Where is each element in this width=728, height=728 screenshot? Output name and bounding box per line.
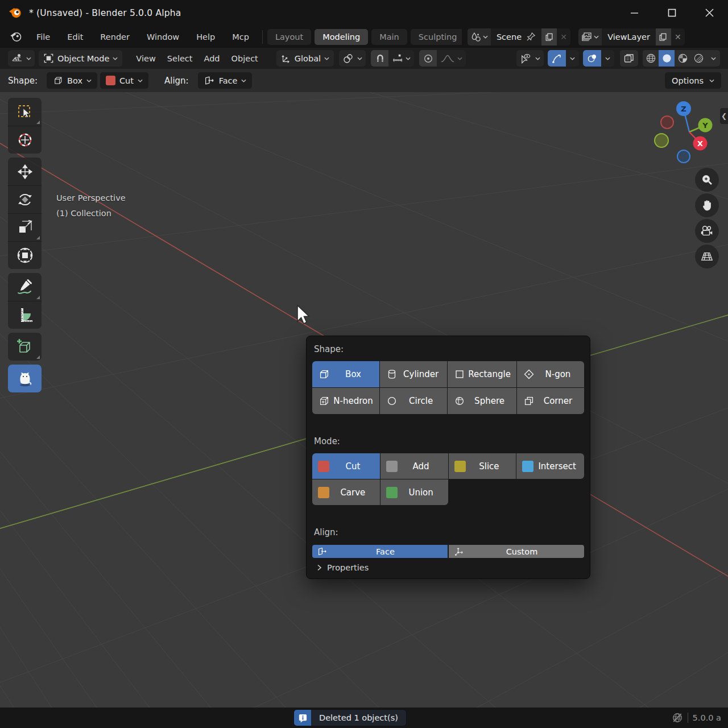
subtool-indicator [36, 121, 40, 124]
pivot-point-dropdown[interactable] [339, 50, 366, 67]
tool-cursor[interactable] [8, 126, 42, 154]
menu-select[interactable]: Select [162, 52, 198, 65]
move-icon [16, 163, 34, 180]
pan-view-button[interactable] [695, 193, 719, 217]
shape-option-ngon[interactable]: N-gon [517, 361, 584, 387]
viewlayer-remove-button[interactable]: ✕ [671, 28, 685, 46]
prop-edit-falloff-dropdown[interactable] [437, 50, 466, 67]
menu-add[interactable]: Add [198, 52, 226, 65]
shape-dropdown[interactable]: Box [47, 72, 97, 89]
shape-option-corner[interactable]: Corner [517, 388, 584, 414]
gizmo-visibility-dropdown[interactable] [516, 50, 544, 67]
tool-boxcutter-active[interactable] [8, 365, 42, 392]
mode-option-intersect[interactable]: Intersect [516, 453, 584, 479]
tool-transform[interactable] [8, 241, 42, 269]
mode-dropdown-label: Object Mode [57, 54, 109, 63]
scene-unlink-button[interactable]: ✕ [557, 28, 570, 46]
pin-icon[interactable] [526, 32, 536, 42]
duplicate-icon [659, 32, 668, 42]
options-dropdown[interactable]: Options [665, 72, 721, 89]
gizmo-dropdown[interactable] [566, 50, 579, 67]
editor-type-button[interactable] [8, 50, 35, 67]
snap-toggle-button[interactable] [371, 50, 388, 67]
option-label: N-gon [537, 369, 578, 379]
sidebar-collapse-arrow[interactable]: ❮ [720, 108, 728, 124]
snapping-group [371, 50, 414, 67]
tool-scale[interactable] [8, 213, 42, 241]
viewlayer-new-button[interactable] [656, 28, 671, 46]
select-box-icon [16, 104, 34, 121]
workspace-tab-modeling[interactable]: Modeling [315, 29, 368, 45]
xray-toggle[interactable] [620, 50, 638, 67]
popup-align-label: Align: [312, 527, 584, 537]
shape-option-box[interactable]: Box [312, 361, 379, 387]
shading-dropdown[interactable] [706, 50, 720, 67]
menu-window[interactable]: Window [140, 30, 185, 44]
shading-wireframe-button[interactable] [643, 50, 659, 67]
zoom-view-button[interactable] [695, 168, 719, 192]
shading-material-button[interactable] [675, 50, 690, 67]
tool-annotate[interactable] [8, 273, 42, 301]
align-option-custom[interactable]: Custom [449, 545, 584, 558]
mode-option-add[interactable]: Add [380, 453, 448, 479]
gizmo-x-label: X [697, 139, 703, 148]
align-option-face[interactable]: Face [312, 545, 448, 558]
workspace-tabs: Layout Modeling Main Sculpting [267, 29, 462, 45]
viewport-overlay-text: User Perspective (1) Collection [56, 191, 126, 221]
box-icon [318, 368, 330, 380]
menu-edit[interactable]: Edit [61, 30, 89, 44]
show-overlays-toggle[interactable] [583, 50, 601, 67]
menu-mcp[interactable]: Mcp [226, 30, 255, 44]
menu-object[interactable]: Object [226, 52, 264, 65]
mode-dropdown-tool[interactable]: Cut [100, 72, 148, 89]
custom-align-icon [453, 547, 464, 557]
camera-view-button[interactable] [695, 219, 719, 243]
viewlayer-browse-button[interactable] [578, 28, 602, 46]
shading-solid-button[interactable] [659, 50, 675, 67]
transform-orientation-dropdown[interactable]: Global [276, 50, 334, 67]
show-gizmo-toggle[interactable] [548, 50, 566, 67]
shape-option-rectangle[interactable]: Rectangle [448, 361, 516, 387]
tool-measure[interactable] [8, 301, 42, 329]
collection-label: (1) Collection [56, 206, 126, 221]
workspace-tab-layout[interactable]: Layout [267, 29, 311, 45]
scene-browse-button[interactable] [468, 28, 491, 46]
viewlayer-name-field[interactable]: ViewLayer [602, 32, 656, 42]
tool-add-cube[interactable] [8, 333, 42, 361]
ortho-toggle-button[interactable] [695, 245, 719, 268]
tool-rotate[interactable] [8, 185, 42, 213]
mode-option-carve[interactable]: Carve [312, 479, 380, 505]
shape-option-cylinder[interactable]: Cylinder [380, 361, 447, 387]
snap-settings-dropdown[interactable] [388, 50, 414, 67]
title-bar: * (Unsaved) - Blender 5.0.0 Alpha [0, 0, 728, 26]
shape-option-circle[interactable]: Circle [380, 388, 447, 414]
shape-option-sphere[interactable]: Sphere [448, 388, 516, 414]
mode-option-union[interactable]: Union [380, 479, 448, 505]
mode-dropdown[interactable]: Object Mode [39, 50, 122, 67]
minimize-button[interactable] [615, 0, 653, 26]
properties-expander[interactable]: Properties [312, 561, 584, 574]
tool-select-box[interactable] [8, 98, 42, 126]
shading-rendered-button[interactable] [690, 50, 706, 67]
proportional-edit-toggle[interactable] [419, 50, 437, 67]
maximize-button[interactable] [653, 0, 690, 26]
navigation-gizmo[interactable]: Z Y X [651, 97, 719, 168]
scene-name-field[interactable]: Scene [491, 32, 541, 42]
close-button[interactable] [690, 0, 728, 26]
menu-view[interactable]: View [130, 52, 161, 65]
workspace-tab-sculpting[interactable]: Sculpting [411, 29, 462, 45]
shape-option-nhedron[interactable]: N-hedron [312, 388, 379, 414]
menu-file[interactable]: File [30, 30, 56, 44]
blender-menu-icon[interactable] [9, 30, 22, 43]
menu-help[interactable]: Help [190, 30, 221, 44]
tool-move[interactable] [8, 158, 42, 185]
workspace-tab-main[interactable]: Main [371, 29, 407, 45]
menu-render[interactable]: Render [94, 30, 136, 44]
mode-option-slice[interactable]: Slice [449, 453, 516, 479]
overlays-dropdown[interactable] [601, 50, 614, 67]
scene-new-button[interactable] [541, 28, 557, 46]
align-dropdown[interactable]: Face [198, 72, 253, 89]
status-report-button[interactable]: Deleted 1 object(s) [294, 710, 406, 726]
mode-option-cut[interactable]: Cut [312, 453, 380, 479]
blender-logo-icon [8, 6, 22, 20]
